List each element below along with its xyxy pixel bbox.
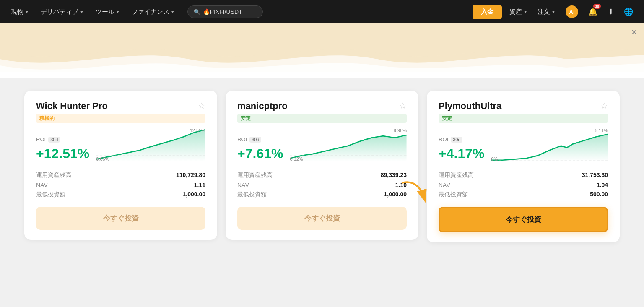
card-header-2: manicptpro ☆ [237,101,407,112]
chart-bot-label-1: 0.06% [96,156,109,161]
stat-label-aum-1: 運用資産残高 [36,172,71,179]
card-plymouth-ultra: PlymouthUltra ☆ 安定 ROI 30d +4.17% 5.11% [427,91,620,242]
card-header-1: Wick Hunter Pro ☆ [36,101,205,112]
card-title-3: PlymouthUltra [439,101,501,112]
nav-derivatives-arrow: ▼ [80,10,84,14]
nav-finance-arrow: ▼ [171,10,175,14]
roi-text-2: ROI [237,136,247,143]
mini-chart-3: 5.11% 0% [491,128,608,161]
stat-row-aum-2: 運用資産残高 89,339.23 [237,172,407,179]
deposit-button[interactable]: 入金 [473,5,502,19]
nav-derivatives-label: デリバティブ [41,8,78,16]
nav-spot-label: 現物 [11,8,23,16]
mini-chart-1: 12.51% 0.06% [96,128,205,161]
card-tag-2: 安定 [237,114,407,123]
globe-icon: 🌐 [624,7,633,16]
stat-row-nav-2: NAV 1.10 [237,182,407,188]
stat-value-aum-3: 31,753.30 [582,172,608,179]
card-manicptpro: manicptpro ☆ 安定 ROI 30d +7.61% 9.98% [226,91,418,240]
favorite-star-3[interactable]: ☆ [600,101,608,111]
stats-2: 運用資産残高 89,339.23 NAV 1.10 最低投資額 1,000.00 [237,172,407,198]
stat-row-min-3: 最低投資額 500.00 [439,191,608,198]
avatar: Ai [566,5,578,18]
nav-spot-arrow: ▼ [25,10,29,14]
avatar-button[interactable]: Ai [561,3,582,21]
navbar: 現物 ▼ デリバティブ ▼ ツール ▼ ファイナンス ▼ 🔍 🔥PIXFI/US… [0,0,644,23]
stat-row-nav-3: NAV 1.04 [439,182,608,188]
stat-label-nav-3: NAV [439,182,450,188]
stats-3: 運用資産残高 31,753.30 NAV 1.04 最低投資額 500.00 [439,172,608,198]
nav-derivatives[interactable]: デリバティブ ▼ [36,5,88,18]
card-wrapper-2: manicptpro ☆ 安定 ROI 30d +7.61% 9.98% [226,91,418,240]
search-bar[interactable]: 🔍 🔥PIXFI/USDT [187,5,263,18]
card-title-2: manicptpro [237,101,288,112]
close-banner-button[interactable]: ✕ [631,28,637,37]
stat-label-aum-3: 運用資産残高 [439,172,474,179]
svg-marker-2 [290,135,407,161]
invest-button-2[interactable]: 今すぐ投資 [237,207,407,230]
assets-arrow: ▼ [523,10,527,14]
stat-label-aum-2: 運用資産残高 [237,172,273,179]
roi-period-1: 30d [48,137,60,143]
notifications-button[interactable]: 🔔 38 [584,5,602,19]
roi-label-row-2: ROI 30d [237,136,283,143]
stat-row-nav-1: NAV 1.11 [36,182,205,188]
search-text: 🔥PIXFI/USDT [203,8,242,15]
stat-value-nav-1: 1.11 [194,182,205,188]
stat-value-aum-1: 110,729.80 [176,172,205,179]
chart-bot-label-3: 0% [491,156,498,161]
chart-area-3: ROI 30d +4.17% 5.11% [439,128,608,161]
stat-row-min-1: 最低投資額 1,000.00 [36,191,205,198]
roi-block-1: ROI 30d +12.51% [36,136,89,161]
favorite-star-1[interactable]: ☆ [198,101,205,111]
notification-badge: 38 [593,4,601,9]
nav-finance[interactable]: ファイナンス ▼ [127,5,179,18]
wave-banner: ✕ [0,23,644,78]
nav-right-actions: 資産 ▼ 注文 ▼ Ai 🔔 38 ⬇ 🌐 [505,3,637,21]
nav-spot[interactable]: 現物 ▼ [7,5,33,18]
stat-label-min-3: 最低投資額 [439,191,468,198]
chart-bot-label-2: 0.12% [290,156,303,161]
search-icon: 🔍 [194,9,200,15]
mini-chart-2: 9.98% 0.12% [290,128,407,161]
invest-button-3[interactable]: 今すぐ投資 [439,207,608,232]
stat-label-min-2: 最低投資額 [237,191,267,198]
stat-value-min-3: 500.00 [590,191,608,198]
stat-row-aum-1: 運用資産残高 110,729.80 [36,172,205,179]
chart-area-1: ROI 30d +12.51% 12.51% [36,128,205,161]
invest-button-1[interactable]: 今すぐ投資 [36,207,205,230]
roi-value-2: +7.61% [237,146,283,161]
chart-area-2: ROI 30d +7.61% 9.98% [237,128,407,161]
cards-section: Wick Hunter Pro ☆ 積極的 ROI 30d +12.51% 12… [0,78,644,255]
globe-button[interactable]: 🌐 [620,5,637,19]
roi-block-3: ROI 30d +4.17% [439,136,484,161]
card-title-1: Wick Hunter Pro [36,101,108,112]
chart-top-label-2: 9.98% [394,128,407,133]
stat-label-min-1: 最低投資額 [36,191,65,198]
orders-menu[interactable]: 注文 ▼ [533,5,560,18]
roi-value-1: +12.51% [36,146,89,161]
stat-label-nav-1: NAV [36,182,48,188]
download-icon: ⬇ [608,7,614,16]
nav-tools-arrow: ▼ [116,10,120,14]
stat-value-nav-3: 1.04 [597,182,608,188]
stats-1: 運用資産残高 110,729.80 NAV 1.11 最低投資額 1,000.0… [36,172,205,198]
chart-top-label-3: 5.11% [595,128,608,133]
stat-value-aum-2: 89,339.23 [381,172,407,179]
assets-menu[interactable]: 資産 ▼ [505,5,532,18]
card-tag-1: 積極的 [36,114,205,123]
roi-text-3: ROI [439,136,448,143]
roi-label-row-1: ROI 30d [36,136,89,143]
stat-label-nav-2: NAV [237,182,249,188]
roi-period-3: 30d [451,137,462,143]
nav-finance-label: ファイナンス [132,8,169,16]
stat-value-min-2: 1,000.00 [384,191,407,198]
chart-top-label-1: 12.51% [190,128,205,133]
card-wick-hunter-pro: Wick Hunter Pro ☆ 積極的 ROI 30d +12.51% 12… [24,91,217,240]
nav-tools[interactable]: ツール ▼ [91,5,124,18]
orders-label: 注文 [538,8,550,16]
favorite-star-2[interactable]: ☆ [399,101,407,111]
download-button[interactable]: ⬇ [603,5,618,19]
roi-value-3: +4.17% [439,146,484,161]
roi-text-1: ROI [36,136,46,143]
